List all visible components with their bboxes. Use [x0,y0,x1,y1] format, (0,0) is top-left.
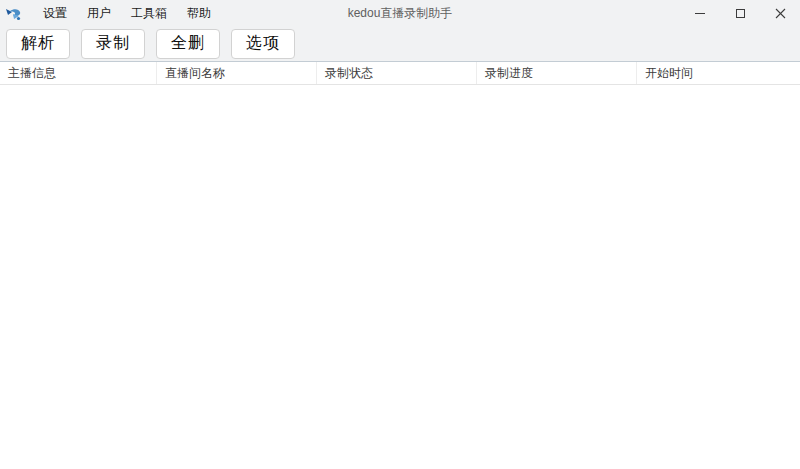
minimize-button[interactable] [680,0,720,26]
column-header-start-time[interactable]: 开始时间 [636,62,800,84]
window-controls [680,0,800,26]
maximize-icon [736,9,745,18]
close-icon [775,8,786,19]
close-button[interactable] [760,0,800,26]
column-header-streamer-info[interactable]: 主播信息 [0,62,156,84]
table-body-empty [0,85,800,469]
table-header: 主播信息 直播间名称 录制状态 录制进度 开始时间 [0,62,800,85]
column-header-record-status[interactable]: 录制状态 [316,62,476,84]
menu-item-toolbox[interactable]: 工具箱 [121,2,177,25]
toolbar: 解析 录制 全删 选项 [0,26,800,62]
menu-item-help[interactable]: 帮助 [177,2,221,25]
recording-list: 主播信息 直播间名称 录制状态 录制进度 开始时间 [0,62,800,469]
app-window: 设置 用户 工具箱 帮助 kedou直播录制助手 [0,0,800,469]
menubar: 设置 用户 工具箱 帮助 [33,0,221,26]
parse-button[interactable]: 解析 [6,29,70,59]
window-chrome: 设置 用户 工具箱 帮助 kedou直播录制助手 [0,0,800,62]
column-header-record-progress[interactable]: 录制进度 [476,62,636,84]
maximize-button[interactable] [720,0,760,26]
titlebar: 设置 用户 工具箱 帮助 kedou直播录制助手 [0,0,800,26]
minimize-icon [695,13,705,14]
record-button[interactable]: 录制 [81,29,145,59]
menu-item-settings[interactable]: 设置 [33,2,77,25]
column-header-room-name[interactable]: 直播间名称 [156,62,316,84]
options-button[interactable]: 选项 [231,29,295,59]
app-logo-icon[interactable] [5,5,23,23]
delete-all-button[interactable]: 全删 [156,29,220,59]
menu-item-user[interactable]: 用户 [77,2,121,25]
